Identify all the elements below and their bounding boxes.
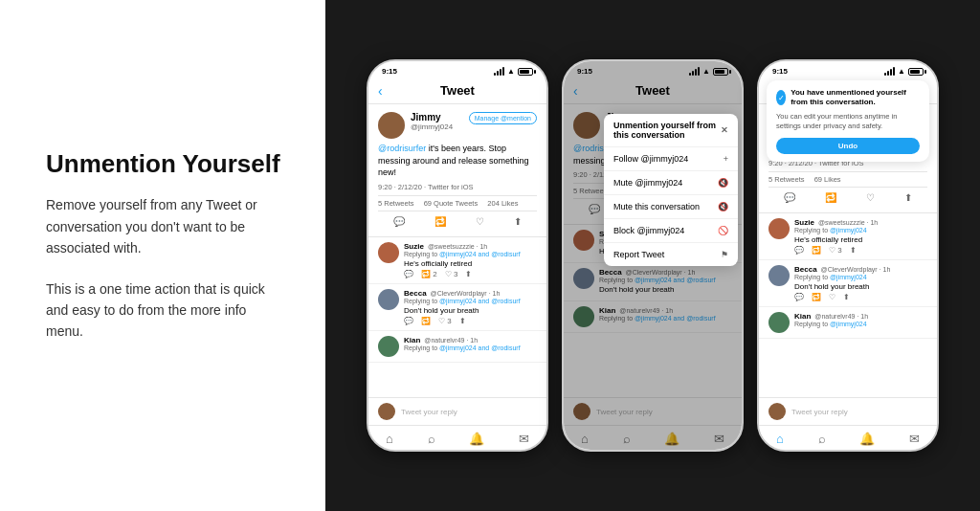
home-icon-3[interactable]: ⌂ <box>776 432 784 446</box>
reply-content: Becca @CleverWordplayr · 1h Replying to … <box>794 265 927 301</box>
reply-reply-icon[interactable]: 💬 <box>404 270 413 278</box>
reply-item: Suzie @sweetsuzzzie · 1h Replying to @ji… <box>759 213 937 260</box>
bell-icon[interactable]: 🔔 <box>469 432 484 446</box>
reply-icon[interactable]: 💬 <box>393 216 405 227</box>
description-para1: Remove yourself from any Tweet or conver… <box>46 194 287 258</box>
tweet-text-1: @rodrisurfer it's been years. Stop messi… <box>378 143 537 179</box>
share-icon-3[interactable]: ⬆ <box>904 192 912 203</box>
reply-share-icon[interactable]: ⬆ <box>850 246 857 255</box>
reply-mention: @jimmyj024 <box>830 321 867 327</box>
tweet-actions-1: 💬 🔁 ♡ ⬆ <box>378 214 537 229</box>
tweet-stats-3: 5 Retweets 69 Likes <box>768 171 927 188</box>
retweet-icon[interactable]: 🔁 <box>434 216 446 227</box>
reply-handle: @sweetsuzzzie · 1h <box>428 243 487 250</box>
reply-name: Becca <box>404 289 427 298</box>
like-icon[interactable]: ♡ <box>476 216 484 227</box>
reply-text: Don't hold your breath <box>794 282 927 291</box>
share-icon[interactable]: ⬆ <box>514 216 522 227</box>
reply-item: Kian @naturelvr49 · 1h Replying to @jimm… <box>759 307 937 339</box>
description-para2: This is a one time action that is quick … <box>46 278 287 343</box>
dropdown-mute-user[interactable]: Mute @jimmyj024 🔇 <box>604 171 738 195</box>
status-icons-3: ▲ <box>884 67 924 76</box>
dropdown-unmention[interactable]: Unmention yourself from this conversatio… <box>604 114 738 147</box>
reply-icon-3[interactable]: 💬 <box>784 192 795 203</box>
reply-share-icon[interactable]: ⬆ <box>843 293 850 301</box>
reply-retweet-icon[interactable]: 🔁 <box>421 317 431 325</box>
phone-1: 9:15 ▲ ‹ Tweet Jimmy @jimmyj02 <box>367 59 548 452</box>
reply-input-avatar-3 <box>768 403 786 420</box>
left-panel: Unmention Yourself Remove yourself from … <box>0 0 325 511</box>
reply-input-avatar <box>378 403 395 420</box>
reply-item: Becca @CleverWordplayr · 1h Replying to … <box>368 284 546 331</box>
retweet-icon-3[interactable]: 🔁 <box>825 192 836 203</box>
dropdown-mute-user-label: Mute @jimmyj024 <box>613 178 682 188</box>
reply-avatar <box>768 218 790 239</box>
dropdown-report[interactable]: Report Tweet ⚑ <box>604 243 738 266</box>
reply-mention: @jimmyj024 and @rodisurf <box>439 251 521 257</box>
reply-header: Becca @CleverWordplayr · 1h <box>404 289 537 298</box>
tweet-content-1: Jimmy @jimmyj024 Manage @mention @rodris… <box>368 104 546 237</box>
reply-handle: @naturelvr49 · 1h <box>814 313 868 320</box>
reply-to: Replying to @jimmyj024 <box>794 321 927 327</box>
right-panel: 9:15 ▲ ‹ Tweet Jimmy @jimmyj02 <box>325 0 980 511</box>
reply-name: Becca <box>794 265 817 274</box>
reply-retweet-icon[interactable]: 🔁 2 <box>421 270 437 278</box>
manage-mention-button[interactable]: Manage @mention <box>469 112 537 124</box>
tweet-handle-1: @jimmyj024 <box>411 122 463 131</box>
tweet-name-1: Jimmy <box>411 112 463 122</box>
mail-icon[interactable]: ✉ <box>519 432 529 446</box>
dropdown-block[interactable]: Block @jimmyj024 🚫 <box>604 219 738 243</box>
reply-mention: @jimmyj024 <box>830 274 867 280</box>
reply-reply-icon[interactable]: 💬 <box>794 293 804 301</box>
retweet-count-3: 5 Retweets <box>768 175 805 184</box>
reply-header: Becca @CleverWordplayr · 1h <box>794 265 927 274</box>
reply-input-3[interactable]: Tweet your reply <box>759 397 937 425</box>
battery-icon <box>518 68 533 76</box>
likes-count: 204 Likes <box>487 199 518 208</box>
dropdown-unmention-label: Unmention yourself from this conversatio… <box>613 121 721 140</box>
reply-header: Suzie @sweetsuzzzie · 1h <box>404 242 537 251</box>
reply-content: Suzie @sweetsuzzzie · 1h Replying to @ji… <box>404 242 537 278</box>
reply-share-icon[interactable]: ⬆ <box>459 317 466 325</box>
reply-share-icon[interactable]: ⬆ <box>465 270 472 278</box>
dropdown-follow[interactable]: Follow @jimmyj024 + <box>604 147 738 171</box>
home-icon[interactable]: ⌂ <box>386 432 393 446</box>
reply-reply-icon[interactable]: 💬 <box>794 246 804 255</box>
search-icon[interactable]: ⌕ <box>428 432 435 446</box>
tweet-user-info-1: Jimmy @jimmyj024 <box>411 112 463 131</box>
reply-header: Suzie @sweetsuzzzie · 1h <box>794 218 927 227</box>
report-icon: ⚑ <box>721 250 728 259</box>
reply-avatar <box>768 312 790 333</box>
follow-icon: + <box>724 154 728 164</box>
reply-input-1[interactable]: Tweet your reply <box>368 397 546 425</box>
status-icons-1: ▲ <box>494 67 533 76</box>
signal-bars-icon <box>494 67 504 76</box>
reply-actions: 💬 🔁 ♡ 3 ⬆ <box>794 246 927 255</box>
notif-header: ✓ You have unmentioned yourself from thi… <box>776 88 920 108</box>
reply-content: Kian @naturelvr49 · 1h Replying to @jimm… <box>794 312 927 333</box>
search-icon-3[interactable]: ⌕ <box>818 432 826 446</box>
reply-retweet-icon[interactable]: 🔁 <box>812 246 821 255</box>
reply-retweet-icon[interactable]: 🔁 <box>812 293 821 301</box>
mail-icon-3[interactable]: ✉ <box>909 432 920 446</box>
reply-to: Replying to @jimmyj024 and @rodisurf <box>404 298 537 304</box>
undo-button[interactable]: Undo <box>776 138 920 154</box>
reply-input-placeholder[interactable]: Tweet your reply <box>401 408 537 416</box>
reply-like-icon[interactable]: ♡ 3 <box>438 317 452 325</box>
reply-header: Kian @naturelvr49 · 1h <box>794 312 927 321</box>
reply-like-icon[interactable]: ♡ 3 <box>829 246 842 255</box>
dropdown-mute-convo[interactable]: Mute this conversation 🔇 <box>604 195 738 219</box>
back-arrow-icon[interactable]: ‹ <box>378 83 383 99</box>
mute-convo-icon: 🔇 <box>718 202 728 211</box>
quote-count: 69 Quote Tweets <box>424 199 479 208</box>
unmention-icon: ✕ <box>721 125 728 135</box>
reply-to: Replying to @jimmyj024 and @rodisurf <box>404 251 537 257</box>
reply-like-icon[interactable]: ♡ <box>829 293 835 301</box>
reply-like-icon[interactable]: ♡ 3 <box>445 270 458 278</box>
avatar-1 <box>378 112 405 139</box>
reply-input-placeholder-3[interactable]: Tweet your reply <box>791 408 927 416</box>
like-icon-3[interactable]: ♡ <box>866 192 875 203</box>
bell-icon-3[interactable]: 🔔 <box>859 432 875 446</box>
status-time-1: 9:15 <box>382 67 397 76</box>
reply-reply-icon[interactable]: 💬 <box>404 317 413 325</box>
